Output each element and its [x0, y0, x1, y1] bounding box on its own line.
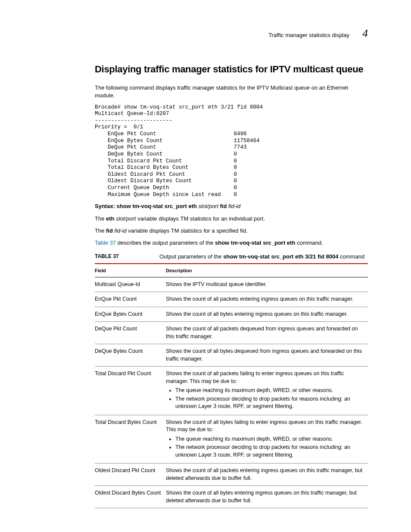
- th-description: Description: [166, 264, 368, 277]
- cell-field: Oldest Discard Bytes Count: [95, 486, 166, 508]
- cell-field: EnQue Pkt Count: [95, 292, 166, 307]
- text: Output parameters of the: [159, 253, 223, 260]
- cell-desc: Shows the count of all bytes entering in…: [166, 307, 368, 322]
- text: The: [95, 227, 106, 234]
- table-row: Total Discard Bytes Count Shows the coun…: [95, 415, 368, 464]
- section-title: Displaying traffic manager statistics fo…: [95, 63, 368, 76]
- table-caption-text: Output parameters of the show tm-voq-sta…: [159, 253, 368, 261]
- keyword: fid: [106, 227, 113, 234]
- command: show tm-voq-stat src_port eth: [215, 240, 295, 246]
- text: command: [338, 253, 364, 260]
- list-item: The network processor deciding to drop p…: [175, 444, 364, 459]
- table-row: EnQue Bytes Count Shows the count of all…: [95, 307, 368, 322]
- cli-output: Brocade# show tm-voq-stat src_port eth 3…: [95, 104, 368, 199]
- table-row: DeQue Bytes Count Shows the count of all…: [95, 344, 368, 367]
- cell-field: DeQue Bytes Count: [95, 344, 166, 367]
- text: variable displays TM statistics for an i…: [136, 215, 265, 222]
- table-row: Oldest Discard Pkt Count Shows the count…: [95, 464, 368, 486]
- text: variable displays TM statistics for a sp…: [127, 227, 248, 234]
- cell-desc: Shows the count of all packets failing t…: [166, 367, 368, 415]
- cell-field: DeQue Pkt Count: [95, 322, 166, 344]
- params-table: Field Description Multicast Queue-Id Sho…: [95, 263, 368, 508]
- table-row: Multicast Queue-Id Shows the IPTV multic…: [95, 277, 368, 292]
- paragraph-ref: Table 37 describes the output parameters…: [95, 239, 368, 247]
- cell-desc: Shows the count of all packets entering …: [166, 464, 368, 486]
- content: Displaying traffic manager statistics fo…: [95, 63, 368, 508]
- header-text: Traffic manager statistics display: [268, 31, 349, 39]
- command: show tm-voq-stat src_port eth 3/21 fid 8…: [223, 253, 338, 260]
- paragraph-fid: The fid fid-id variable displays TM stat…: [95, 227, 368, 235]
- cell-field: Oldest Discard Pkt Count: [95, 464, 166, 486]
- cell-desc: Shows the count of all bytes failing to …: [166, 415, 368, 464]
- cell-field: Total Discard Bytes Count: [95, 415, 166, 464]
- cell-field: Total Discard Pkt Count: [95, 367, 166, 415]
- table-caption: TABLE 37 Output parameters of the show t…: [95, 253, 368, 261]
- syntax-line: Syntax: show tm-voq-stat src_port eth sl…: [95, 202, 368, 210]
- intro-paragraph: The following command displays traffic m…: [95, 84, 368, 100]
- table-row: Total Discard Pkt Count Shows the count …: [95, 367, 368, 415]
- cell-desc: Shows the count of all packets entering …: [166, 292, 368, 307]
- table-label: TABLE 37: [95, 253, 159, 260]
- list-item: The queue reaching its maximum depth, WR…: [175, 387, 364, 395]
- table-row: Oldest Discard Bytes Count Shows the cou…: [95, 486, 368, 508]
- bullet-list: The queue reaching its maximum depth, WR…: [166, 436, 364, 459]
- cell-desc: Shows the count of all bytes entering in…: [166, 486, 368, 508]
- th-field: Field: [95, 264, 166, 277]
- cell-field: Multicast Queue-Id: [95, 277, 166, 292]
- text: The: [95, 215, 106, 222]
- list-item: The queue reaching its maximum depth, WR…: [175, 436, 364, 443]
- cell-field: EnQue Bytes Count: [95, 307, 166, 322]
- text: command.: [295, 240, 323, 246]
- text: describes the output parameters of the: [116, 240, 215, 246]
- cell-desc: Shows the count of all packets dequeued …: [166, 322, 368, 344]
- arg: slot/port: [116, 215, 136, 222]
- table-row: EnQue Pkt Count Shows the count of all p…: [95, 292, 368, 307]
- table-link[interactable]: Table 37: [95, 240, 116, 246]
- syntax-arg1: slot/port: [199, 203, 218, 209]
- text: Shows the count of all bytes failing to …: [166, 419, 362, 433]
- syntax-arg2: fid-id: [228, 203, 240, 209]
- syntax-prefix: Syntax: show tm-voq-stat src_port eth: [95, 203, 197, 209]
- table-row: DeQue Pkt Count Shows the count of all p…: [95, 322, 368, 344]
- syntax-mid: fid: [220, 203, 227, 209]
- bullet-list: The queue reaching its maximum depth, WR…: [166, 387, 364, 411]
- page-header: Traffic manager statistics display 4: [43, 26, 368, 41]
- arg: fid-id: [115, 227, 127, 234]
- text: Shows the count of all packets failing t…: [166, 370, 344, 384]
- cell-desc: Shows the count of all bytes dequeued fr…: [166, 344, 368, 367]
- keyword: eth: [106, 215, 115, 222]
- paragraph-eth: The eth slot/port variable displays TM s…: [95, 215, 368, 223]
- header-number: 4: [362, 26, 368, 41]
- cell-desc: Shows the IPTV multicast queue identifie…: [166, 277, 368, 292]
- list-item: The network processor deciding to drop p…: [175, 395, 364, 411]
